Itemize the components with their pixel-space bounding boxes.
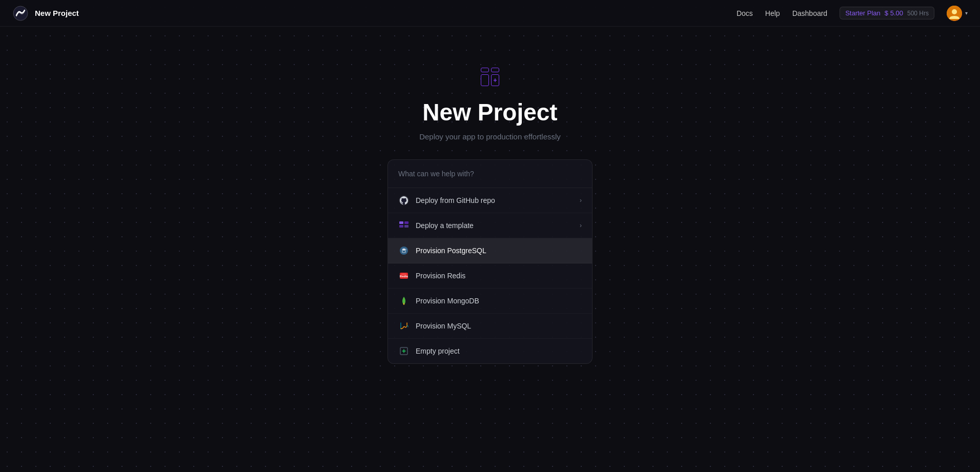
dashboard-link[interactable]: Dashboard	[792, 9, 828, 17]
empty-project-label: Empty project	[416, 347, 460, 355]
github-icon	[398, 195, 410, 206]
search-input[interactable]	[398, 170, 582, 178]
svg-text:Redis: Redis	[400, 275, 409, 278]
deploy-template-label: Deploy a template	[416, 221, 474, 230]
empty-project-icon	[398, 345, 410, 357]
redis-icon: Redis	[398, 270, 410, 281]
provision-redis-item[interactable]: Redis Provision Redis	[388, 263, 592, 289]
navbar-right: Docs Help Dashboard Starter Plan $ 5.00 …	[737, 6, 968, 21]
main-content: + New Project Deploy your app to product…	[0, 27, 980, 364]
provision-mongodb-label: Provision MongoDB	[416, 297, 479, 305]
navbar-left: New Project	[12, 5, 79, 22]
grid-cell-3	[481, 74, 489, 86]
grid-cell-2	[491, 68, 499, 72]
provision-mysql-item[interactable]: Provision MySQL	[388, 314, 592, 339]
provision-mongodb-item[interactable]: Provision MongoDB	[388, 289, 592, 314]
postgresql-icon	[398, 245, 410, 256]
search-area	[388, 160, 592, 188]
provision-redis-label: Provision Redis	[416, 272, 465, 280]
page-subtitle: Deploy your app to production effortless…	[419, 132, 561, 141]
grid-cell-plus: +	[491, 74, 499, 86]
plan-hours: 500 Hrs	[907, 10, 929, 17]
avatar	[947, 6, 962, 21]
deploy-template-item[interactable]: Deploy a template ›	[388, 213, 592, 238]
provision-mysql-label: Provision MySQL	[416, 322, 471, 330]
plan-badge[interactable]: Starter Plan $ 5.00 500 Hrs	[840, 7, 934, 19]
navbar: New Project Docs Help Dashboard Starter …	[0, 0, 980, 27]
plan-name: Starter Plan	[845, 9, 881, 17]
help-link[interactable]: Help	[765, 9, 780, 17]
grid-cell-1	[481, 68, 489, 72]
avatar-container[interactable]: ▾	[947, 6, 968, 21]
empty-project-item[interactable]: Empty project	[388, 339, 592, 363]
page-title: New Project	[422, 98, 557, 126]
avatar-chevron-icon: ▾	[965, 10, 968, 16]
deploy-template-chevron-icon: ›	[580, 222, 582, 229]
deploy-github-label: Deploy from GitHub repo	[416, 196, 495, 204]
railway-logo-icon	[12, 5, 29, 22]
svg-rect-4	[399, 221, 403, 224]
svg-rect-6	[399, 225, 403, 228]
grid-icon-wrapper: +	[481, 68, 499, 86]
plan-cost: $ 5.00	[885, 9, 903, 17]
svg-rect-7	[404, 225, 409, 228]
app-title: New Project	[35, 9, 79, 17]
docs-link[interactable]: Docs	[737, 9, 753, 17]
mysql-icon	[398, 320, 410, 332]
svg-point-2	[952, 9, 957, 14]
provision-postgresql-label: Provision PostgreSQL	[416, 247, 486, 255]
new-project-icon: +	[481, 68, 499, 86]
project-options-card: Deploy from GitHub repo › Deploy a templ…	[387, 159, 593, 364]
mongodb-icon	[398, 295, 410, 306]
template-icon	[398, 220, 410, 231]
deploy-github-chevron-icon: ›	[580, 197, 582, 204]
provision-postgresql-item[interactable]: Provision PostgreSQL	[388, 238, 592, 263]
svg-rect-5	[404, 221, 409, 224]
deploy-github-item[interactable]: Deploy from GitHub repo ›	[388, 188, 592, 213]
